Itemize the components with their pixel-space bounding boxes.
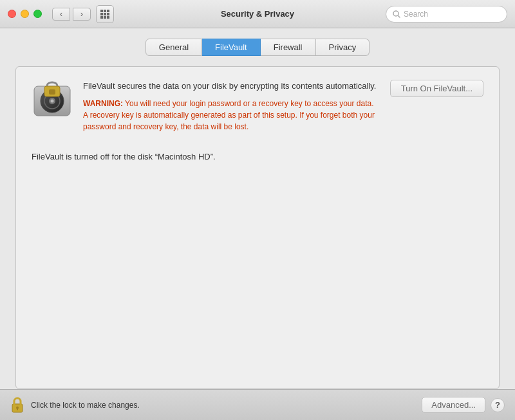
warning-body: You will need your login password or a r… xyxy=(83,99,375,131)
content-panel: FileVault secures the data on your disk … xyxy=(15,66,500,389)
minimize-button[interactable] xyxy=(21,10,29,18)
tabs-container: General FileVault Firewall Privacy xyxy=(15,39,500,56)
lock-status-text: Click the lock to make changes. xyxy=(31,401,140,410)
grid-icon xyxy=(100,10,109,19)
top-right-buttons: Turn On FileVault... xyxy=(390,80,483,97)
tab-general[interactable]: General xyxy=(145,39,202,56)
filevault-status-text: FileVault is turned off for the disk “Ma… xyxy=(32,151,483,163)
advanced-button[interactable]: Advanced... xyxy=(422,397,485,413)
search-icon xyxy=(393,10,400,18)
bottom-bar: Click the lock to make changes. Advanced… xyxy=(0,389,515,420)
filevault-disk-icon xyxy=(32,80,73,121)
warning-label: WARNING: xyxy=(83,99,123,108)
nav-buttons: ‹ › xyxy=(52,8,91,21)
svg-line-1 xyxy=(398,15,400,17)
svg-rect-9 xyxy=(49,89,55,95)
svg-point-0 xyxy=(393,11,398,16)
turn-on-filevault-button[interactable]: Turn On FileVault... xyxy=(390,80,483,97)
main-content: General FileVault Firewall Privacy xyxy=(0,28,515,389)
svg-rect-12 xyxy=(17,408,18,410)
help-button[interactable]: ? xyxy=(491,398,505,412)
status-section: FileVault is turned off for the disk “Ma… xyxy=(32,143,483,171)
svg-point-6 xyxy=(51,100,54,103)
tab-filevault[interactable]: FileVault xyxy=(202,39,261,56)
titlebar: ‹ › Security & Privacy xyxy=(0,0,515,28)
description-area: FileVault secures the data on your disk … xyxy=(83,80,380,132)
tab-firewall[interactable]: Firewall xyxy=(261,39,316,56)
grid-view-button[interactable] xyxy=(96,5,114,23)
search-box[interactable] xyxy=(386,6,507,23)
description-text: FileVault secures the data on your disk … xyxy=(83,80,380,93)
traffic-lights xyxy=(8,10,42,18)
search-input[interactable] xyxy=(404,10,500,19)
window-title: Security & Privacy xyxy=(221,9,294,19)
close-button[interactable] xyxy=(8,10,16,18)
top-section: FileVault secures the data on your disk … xyxy=(32,80,483,132)
maximize-button[interactable] xyxy=(33,10,42,18)
lock-icon xyxy=(10,396,24,414)
tab-privacy[interactable]: Privacy xyxy=(316,39,370,56)
lock-button[interactable]: Click the lock to make changes. xyxy=(10,396,422,414)
warning-text: WARNING: You will need your login passwo… xyxy=(83,98,380,132)
forward-button[interactable]: › xyxy=(73,8,91,21)
bottom-right-buttons: Advanced... ? xyxy=(422,397,505,413)
back-button[interactable]: ‹ xyxy=(52,8,70,21)
